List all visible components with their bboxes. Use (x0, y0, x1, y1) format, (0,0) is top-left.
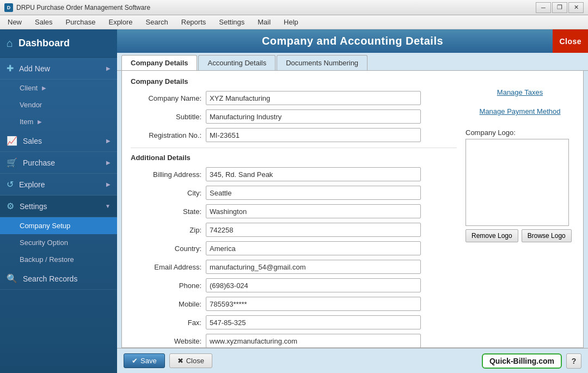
sidebar-item-company-setup[interactable]: Company Setup (0, 217, 117, 234)
additional-details-section-title: Additional Details (131, 154, 457, 162)
website-label: Website: (131, 337, 201, 345)
menu-reports[interactable]: Reports (176, 17, 212, 27)
phone-label: Phone: (131, 282, 201, 290)
tab-accounting-details[interactable]: Accounting Details (198, 55, 275, 70)
registration-label: Registration No.: (131, 131, 201, 139)
country-input[interactable] (206, 241, 421, 255)
sidebar-item-backup-restore[interactable]: Backup / Restore (0, 251, 117, 268)
website-row: Website: (131, 334, 457, 348)
menu-new[interactable]: New (2, 17, 27, 27)
page-title: Company and Accounting Details (262, 35, 443, 47)
restore-button[interactable]: ❐ (552, 2, 567, 13)
tab-documents-numbering[interactable]: Documents Numbering (277, 55, 367, 70)
menu-sales[interactable]: Sales (29, 17, 58, 27)
security-option-label: Security Option (20, 239, 68, 247)
minimize-button[interactable]: ─ (536, 2, 551, 13)
registration-row: Registration No.: (131, 128, 457, 142)
sidebar-item-purchase[interactable]: 🛒 Purchase ▶ (0, 152, 117, 174)
item-label: Item (20, 118, 33, 126)
tab-company-details[interactable]: Company Details (121, 55, 197, 70)
close-button[interactable]: ✖ Close (169, 353, 212, 368)
search-records-label: Search Records (23, 274, 111, 283)
sidebar-item-add-new[interactable]: ✚ Add New ▶ (0, 58, 117, 80)
company-setup-label: Company Setup (20, 222, 70, 230)
email-row: Email Address: (131, 260, 457, 274)
company-logo-label: Company Logo: (465, 129, 574, 137)
subtitle-row: Subtitle: (131, 109, 457, 124)
tab-bar: Company Details Accounting Details Docum… (117, 53, 588, 71)
company-details-section-title: Company Details (131, 77, 457, 85)
registration-input[interactable] (206, 128, 421, 142)
mobile-input[interactable] (206, 297, 421, 311)
company-name-input[interactable] (206, 91, 421, 105)
add-new-arrow: ▶ (106, 65, 111, 71)
backup-restore-label: Backup / Restore (20, 255, 74, 264)
sidebar-item-settings[interactable]: ⚙ Settings ▼ (0, 195, 117, 217)
manage-payment-method-link[interactable]: Manage Payment Method (480, 107, 561, 115)
quick-billing-badge: Quick-Billing.com (482, 353, 562, 369)
sidebar-item-client[interactable]: Client ▶ (0, 80, 117, 96)
item-arrow: ▶ (38, 119, 42, 125)
billing-address-input[interactable] (206, 167, 421, 181)
menu-settings[interactable]: Settings (213, 17, 250, 27)
dashboard-label: Dashboard (19, 38, 70, 49)
content-area: Company and Accounting Details Close Com… (117, 29, 588, 373)
city-label: City: (131, 189, 201, 197)
sidebar-item-vendor[interactable]: Vendor (0, 96, 117, 113)
settings-label: Settings (20, 202, 100, 211)
save-check-icon: ✔ (132, 357, 138, 365)
sidebar-item-item[interactable]: Item ▶ (0, 113, 117, 130)
manage-taxes-link[interactable]: Manage Taxes (497, 88, 543, 96)
menu-search[interactable]: Search (140, 17, 174, 27)
email-input[interactable] (206, 260, 421, 274)
city-row: City: (131, 186, 457, 200)
menu-purchase[interactable]: Purchase (60, 17, 101, 27)
sales-label: Sales (23, 137, 101, 145)
phone-input[interactable] (206, 278, 421, 292)
company-name-row: Company Name: (131, 91, 457, 105)
sidebar-item-sales[interactable]: 📈 Sales ▶ (0, 130, 117, 152)
menu-bar: New Sales Purchase Explore Search Report… (0, 15, 588, 29)
close-window-button[interactable]: ✕ (568, 2, 584, 13)
city-input[interactable] (206, 186, 421, 200)
sidebar-item-explore[interactable]: ↺ Explore ▶ (0, 174, 117, 195)
sidebar-item-search-records[interactable]: 🔍 Search Records (0, 268, 117, 290)
page-header: Company and Accounting Details Close (117, 29, 588, 53)
state-label: State: (131, 207, 201, 216)
sales-icon: 📈 (7, 136, 17, 146)
menu-mail[interactable]: Mail (252, 17, 276, 27)
sidebar-item-security-option[interactable]: Security Option (0, 234, 117, 251)
header-close-button[interactable]: Close (553, 29, 588, 53)
right-links: Manage Taxes Manage Payment Method (465, 77, 574, 115)
sidebar-dashboard[interactable]: ⌂ Dashboard (0, 29, 117, 58)
menu-explore[interactable]: Explore (103, 17, 138, 27)
add-new-label: Add New (19, 64, 101, 73)
zip-row: Zip: (131, 223, 457, 237)
client-arrow: ▶ (42, 85, 46, 91)
zip-label: Zip: (131, 226, 201, 234)
logo-buttons: Remove Logo Browse Logo (465, 229, 574, 242)
remove-logo-button[interactable]: Remove Logo (465, 229, 518, 242)
app-body: ⌂ Dashboard ✚ Add New ▶ Client ▶ Vendor … (0, 29, 588, 373)
website-input[interactable] (206, 334, 421, 348)
state-input[interactable] (206, 204, 421, 218)
form-right-panel: Manage Taxes Manage Payment Method Compa… (465, 77, 574, 348)
zip-input[interactable] (206, 223, 421, 237)
sidebar: ⌂ Dashboard ✚ Add New ▶ Client ▶ Vendor … (0, 29, 117, 373)
close-x-icon: ✖ (177, 357, 183, 365)
billing-address-label: Billing Address: (131, 170, 201, 179)
title-bar: D DRPU Purchase Order Management Softwar… (0, 0, 588, 15)
help-button[interactable]: ? (566, 353, 581, 369)
purchase-icon: 🛒 (7, 157, 17, 168)
save-button[interactable]: ✔ Save (124, 353, 165, 368)
explore-label: Explore (19, 180, 101, 189)
sales-arrow: ▶ (106, 138, 111, 144)
menu-help[interactable]: Help (278, 17, 304, 27)
save-label: Save (140, 357, 157, 365)
fax-input[interactable] (206, 315, 421, 329)
settings-arrow: ▼ (105, 203, 111, 209)
subtitle-input[interactable] (206, 109, 421, 124)
close-label: Close (186, 357, 204, 365)
window-controls[interactable]: ─ ❐ ✕ (536, 2, 584, 13)
browse-logo-button[interactable]: Browse Logo (522, 229, 572, 242)
